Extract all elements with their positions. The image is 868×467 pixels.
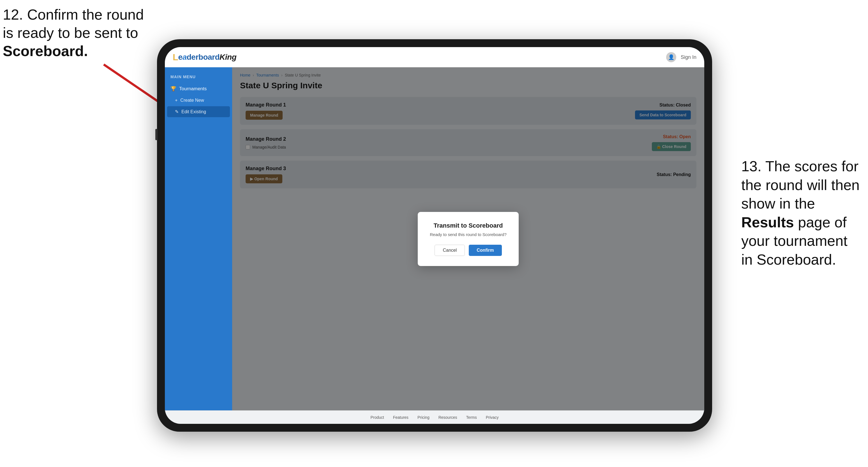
app-header: L eaderboardKing 👤 Sign In xyxy=(165,47,704,67)
logo-text: eaderboardKing xyxy=(178,53,237,62)
tablet-screen: L eaderboardKing 👤 Sign In MAIN MENU 🏆 T… xyxy=(165,47,704,424)
tablet-frame: L eaderboardKing 👤 Sign In MAIN MENU 🏆 T… xyxy=(157,39,712,432)
app-footer: Product Features Pricing Resources Terms… xyxy=(165,410,704,424)
trophy-icon: 🏆 xyxy=(170,86,176,92)
tablet-side-button xyxy=(155,129,158,140)
sidebar: MAIN MENU 🏆 Tournaments + Create New ✎ E… xyxy=(165,67,232,410)
sidebar-section-label: MAIN MENU xyxy=(165,72,232,83)
sidebar-item-create-new[interactable]: + Create New xyxy=(165,95,232,106)
modal-overlay: Transmit to Scoreboard Ready to send thi… xyxy=(232,67,704,410)
modal-box: Transmit to Scoreboard Ready to send thi… xyxy=(418,212,519,266)
footer-resources[interactable]: Resources xyxy=(438,415,457,419)
main-content: Home › Tournaments › State U Spring Invi… xyxy=(232,67,704,410)
app-body: MAIN MENU 🏆 Tournaments + Create New ✎ E… xyxy=(165,67,704,410)
footer-privacy[interactable]: Privacy xyxy=(486,415,499,419)
header-right: 👤 Sign In xyxy=(666,52,696,62)
modal-buttons: Cancel Confirm xyxy=(429,245,507,256)
footer-features[interactable]: Features xyxy=(393,415,408,419)
logo-area: L eaderboardKing xyxy=(173,52,236,63)
footer-pricing[interactable]: Pricing xyxy=(417,415,430,419)
edit-icon: ✎ xyxy=(175,109,179,114)
modal-title: Transmit to Scoreboard xyxy=(429,222,507,229)
sidebar-item-edit-existing[interactable]: ✎ Edit Existing xyxy=(167,106,230,117)
sidebar-item-tournaments[interactable]: 🏆 Tournaments xyxy=(165,83,232,95)
modal-cancel-button[interactable]: Cancel xyxy=(435,245,465,256)
footer-terms[interactable]: Terms xyxy=(466,415,477,419)
modal-confirm-button[interactable]: Confirm xyxy=(469,245,502,256)
logo-bracket-left: L xyxy=(173,52,178,63)
modal-subtitle: Ready to send this round to Scoreboard? xyxy=(429,232,507,237)
footer-product[interactable]: Product xyxy=(370,415,384,419)
annotation-right: 13. The scores forthe round will thensho… xyxy=(741,157,860,269)
user-avatar: 👤 xyxy=(666,52,676,62)
annotation-top-left: 12. Confirm the round is ready to be sen… xyxy=(3,6,144,60)
plus-icon: + xyxy=(175,98,178,103)
signin-button[interactable]: Sign In xyxy=(681,54,696,60)
